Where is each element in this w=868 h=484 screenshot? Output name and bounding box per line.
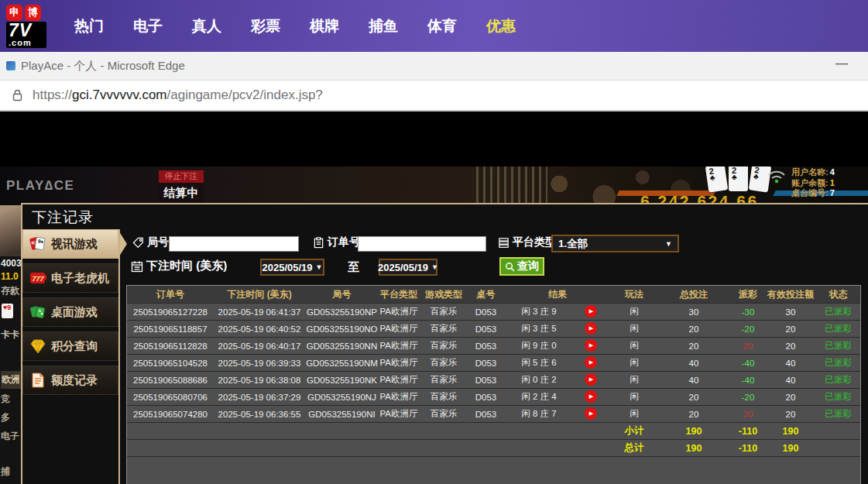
valid-bet-cell: 20 <box>765 321 816 337</box>
result-cell: 闲 3 庄 9▶ <box>503 304 612 320</box>
nav-item-优惠[interactable]: 优惠 <box>486 16 516 36</box>
background-fragment: 卡卡 <box>1 328 19 342</box>
empty-cell <box>379 423 419 439</box>
empty-cell <box>503 423 612 439</box>
play-type-cell: 闲 <box>612 372 657 388</box>
cell: D053 <box>468 304 503 320</box>
order-number-label: 订单号 <box>313 235 360 249</box>
account-value: 7 <box>830 188 835 197</box>
background-fragment: 11.0 <box>1 271 19 282</box>
cell: PA欧洲厅 <box>379 355 419 371</box>
nav-item-体育[interactable]: 体育 <box>427 16 457 36</box>
result-text: 闲 2 庄 4 <box>503 389 575 405</box>
cell: PA欧洲厅 <box>379 321 419 337</box>
search-button[interactable]: 查询 <box>499 257 544 276</box>
sidebar-item-电子老虎机[interactable]: 777电子老虎机 <box>22 263 118 293</box>
cell: GD053255190NK <box>305 372 379 388</box>
status-badge: 已派彩 <box>816 389 860 405</box>
round-number-input[interactable] <box>169 236 299 252</box>
table-games-icon <box>29 303 47 321</box>
sidebar-item-额度记录[interactable]: 额度记录 <box>22 366 118 395</box>
play-video-icon[interactable]: ▶ <box>585 305 597 318</box>
empty-cell <box>816 423 860 439</box>
account-label: 桌台编号: <box>791 188 829 197</box>
nav-item-捕鱼[interactable]: 捕鱼 <box>369 16 398 36</box>
platform-type-select[interactable]: 1.全部 ▼ <box>551 235 679 252</box>
cell: 250519065074280 <box>127 406 214 422</box>
play-type-cell: 闲 <box>612 338 657 354</box>
play-type-cell: 闲 <box>612 355 657 371</box>
sidebar-item-积分查询[interactable]: 积分查询 <box>22 331 118 361</box>
order-number-input[interactable] <box>358 236 486 252</box>
result-cell: 闲 9 庄 0▶ <box>503 338 612 354</box>
settling-badge: 结算中 <box>159 183 204 203</box>
cell: PA欧洲厅 <box>379 372 419 388</box>
payout-cell: -30 <box>731 304 765 320</box>
edge-icon <box>6 61 15 70</box>
lock-icon <box>12 89 22 101</box>
total-label: 总计 <box>612 440 657 456</box>
url-path: /agingame/pcv2/index.jsp? <box>167 88 323 102</box>
playace-logo: PLAY∆CE <box>6 178 74 194</box>
play-video-icon[interactable]: ▶ <box>585 390 597 403</box>
empty-cell <box>214 423 305 439</box>
account-label: 用户名称: <box>791 167 829 177</box>
account-line: 用户名称:4 <box>791 167 835 178</box>
bet-time-label: 下注时间 (美东) <box>131 259 227 273</box>
account-value: 1 <box>830 178 835 187</box>
nav-item-彩票[interactable]: 彩票 <box>251 16 280 36</box>
minimize-button[interactable]: — <box>835 57 848 70</box>
date-from-picker[interactable]: 2025/05/19 ▼ <box>260 259 324 276</box>
total-bet-sum: 190 <box>657 440 731 456</box>
sidebar-item-桌面游戏[interactable]: 桌面游戏 <box>22 297 118 327</box>
playing-card: 2♣ <box>729 166 748 191</box>
valid-bet-cell: 40 <box>765 372 816 388</box>
background-fragment: 捕 <box>1 465 10 479</box>
nav-item-电子[interactable]: 电子 <box>133 16 163 36</box>
dealt-cards: 2♣2♣2♣ <box>707 166 772 191</box>
play-video-icon[interactable]: ▶ <box>585 356 597 369</box>
cell: 250519065104528 <box>127 355 214 371</box>
total-bet-cell: 30 <box>657 304 731 320</box>
result-cell: 闲 5 庄 6▶ <box>503 355 612 371</box>
url-text[interactable]: https://gci.7vvvvvv.com/agingame/pcv2/in… <box>33 88 323 103</box>
nav-item-真人[interactable]: 真人 <box>192 16 221 36</box>
cell: 百家乐 <box>419 389 468 405</box>
sidebar-rail <box>118 229 120 484</box>
column-header: 游戏类型 <box>419 286 468 303</box>
site-logo[interactable]: 申 博 7V .com <box>6 5 54 48</box>
background-page-strip: ♥9 400311.0存款卡卡欧洲竞多电子捕 <box>0 205 21 484</box>
bets-table: 订单号下注时间 (美东)局号平台类型游戏类型桌号结果玩法总投注派彩有效投注额状态… <box>126 285 861 484</box>
empty-cell <box>305 423 379 439</box>
cell: 百家乐 <box>419 355 468 371</box>
play-video-icon[interactable]: ▶ <box>585 373 597 386</box>
empty-cell <box>127 423 214 439</box>
status-badge: 已派彩 <box>816 406 860 422</box>
status-badge: 已派彩 <box>816 321 860 337</box>
play-video-icon[interactable]: ▶ <box>585 339 597 352</box>
empty-cell <box>468 423 503 439</box>
column-header: 局号 <box>305 286 379 303</box>
play-video-icon[interactable]: ▶ <box>585 322 597 335</box>
table-filler <box>127 456 860 484</box>
cell: D053 <box>468 321 503 337</box>
nav-item-热门[interactable]: 热门 <box>74 16 104 36</box>
sidebar-item-视讯游戏[interactable]: K♥9♠视讯游戏 <box>22 229 118 259</box>
table-body: 2505190651272282025-05-19 06:41:37GD0532… <box>127 303 860 484</box>
logo-suffix: .com <box>9 39 44 46</box>
cell: GD053255190NP <box>305 304 379 320</box>
date-to-picker[interactable]: 2025/05/19 ▼ <box>379 259 437 276</box>
table-header-row: 订单号下注时间 (美东)局号平台类型游戏类型桌号结果玩法总投注派彩有效投注额状态 <box>127 286 860 303</box>
nav-item-棋牌[interactable]: 棋牌 <box>310 16 339 36</box>
browser-urlbar[interactable]: https://gci.7vvvvvv.com/agingame/pcv2/in… <box>0 81 868 112</box>
account-info: 用户名称:4账户余额:1桌台编号:7 <box>791 167 835 199</box>
play-type-cell: 闲 <box>612 406 657 422</box>
betting-records-modal: 下注记录 K♥9♠视讯游戏777电子老虎机桌面游戏积分查询额度记录 局号 订单号… <box>21 203 868 484</box>
payout-cell: -40 <box>731 372 765 388</box>
cell: 2025-05-19 06:37:29 <box>214 389 305 405</box>
slot-machine-icon: 777 <box>29 269 47 287</box>
empty-cell <box>305 440 379 456</box>
round-number-label: 局号 <box>132 235 169 249</box>
play-video-icon[interactable]: ▶ <box>585 407 597 420</box>
payout-cell: 20 <box>731 406 765 422</box>
